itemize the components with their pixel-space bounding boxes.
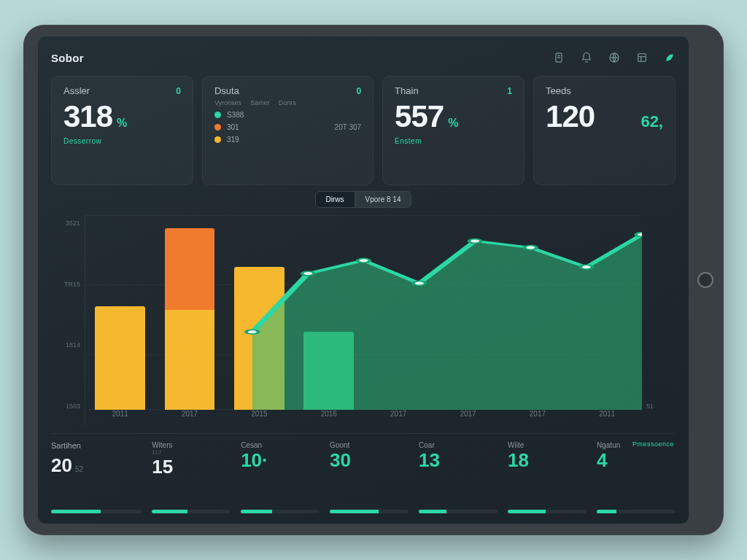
card-footer: Desserrow <box>63 137 181 145</box>
card-thain[interactable]: Thain 1 557 % Enstem <box>382 76 525 185</box>
svg-point-5 <box>357 258 370 262</box>
legend-row: S388 <box>214 111 361 119</box>
card-title: Assler <box>63 85 90 96</box>
x-tick: 2011 <box>573 410 642 426</box>
plot-area: 20112017201520162017201720172011 <box>85 215 642 426</box>
card-dsuta[interactable]: Dsuta 0 Vyronses Samer Donrs S388 <box>202 76 374 185</box>
card-badge: 1 <box>507 86 512 96</box>
svg-rect-2 <box>638 54 646 62</box>
header: Sobor <box>51 47 676 69</box>
svg-point-7 <box>469 239 481 244</box>
bottom-metrics: Sartihen 20 52 Witers 117 15 Cesan <box>51 433 676 513</box>
metric-title: Wiite <box>508 441 587 449</box>
metric-value: 10· <box>241 449 267 472</box>
x-tick: 2011 <box>85 410 155 426</box>
x-tick: 2015 <box>225 410 294 426</box>
metric-item[interactable]: Witers 117 15 <box>152 441 231 513</box>
legend-dot <box>214 112 221 118</box>
doc-icon[interactable] <box>553 52 565 63</box>
sub: Vyronses <box>214 99 241 106</box>
legend-dot <box>214 136 221 143</box>
legend-value: 20T 307 <box>335 123 362 131</box>
progress-bar <box>51 510 142 513</box>
metric-value: 4 <box>597 449 607 472</box>
legend-label: 319 <box>227 136 239 144</box>
globe-icon[interactable] <box>608 52 620 63</box>
segment-option[interactable]: Vpore 8 14 <box>355 191 412 208</box>
metric-title: Witers <box>152 441 231 449</box>
card-badge: 0 <box>356 86 361 96</box>
metric-value: 15 <box>152 456 173 478</box>
section-tag: Pmessoence <box>632 440 674 448</box>
legend-row: 319 <box>214 136 361 144</box>
metric-extra: 52 <box>75 465 83 473</box>
card-value: 318 <box>63 99 112 134</box>
progress-bar <box>419 510 498 513</box>
metric-title: Coar <box>419 441 498 449</box>
tablet-frame: Sobor Assler 0 318 % Desserrow <box>23 25 724 535</box>
svg-point-4 <box>302 271 314 276</box>
ytick: 51 <box>646 402 676 410</box>
app-screen: Sobor Assler 0 318 % Desserrow <box>38 36 689 524</box>
x-tick: 2017 <box>433 410 503 426</box>
x-tick: 2017 <box>503 410 572 426</box>
progress-bar <box>508 510 587 513</box>
card-value: 557 <box>395 99 444 134</box>
bottom-section-header: Sartihen 20 52 <box>51 441 142 513</box>
legend-label: S388 <box>227 111 244 119</box>
progress-bar <box>152 510 231 513</box>
ytick: 1503 <box>51 402 80 410</box>
svg-point-9 <box>580 265 592 269</box>
metric-title: Ngatun <box>597 441 620 449</box>
card-value: 120 <box>546 99 595 134</box>
metric-item[interactable]: Wiite 18 <box>508 441 587 513</box>
layout-icon[interactable] <box>636 52 648 63</box>
legend: S388 301 20T 307 319 <box>214 111 361 144</box>
main-chart: 3521 TR15 1814 1503 <box>51 215 676 426</box>
metric-value: 13 <box>419 449 440 472</box>
chart-range-segmented: Dirws Vpore 8 14 <box>51 191 676 208</box>
metric-value: 20 <box>51 454 72 477</box>
legend-row: 301 20T 307 <box>214 123 361 131</box>
metric-item[interactable]: 20 52 <box>51 451 142 513</box>
card-unit: % <box>117 117 127 130</box>
legend-dot <box>214 124 221 131</box>
progress-bar <box>597 510 676 513</box>
metric-item[interactable]: Ngatun 4 Pmessoence <box>597 441 676 513</box>
svg-point-8 <box>525 246 537 250</box>
ytick: TR15 <box>51 281 80 288</box>
metric-item[interactable]: Coar 13 <box>419 441 498 513</box>
tablet-home-button[interactable] <box>697 272 713 288</box>
metric-item[interactable]: Goont 30 <box>330 441 409 513</box>
card-assler[interactable]: Assler 0 318 % Desserrow <box>51 76 193 185</box>
card-teeds[interactable]: Teeds 120 62, <box>533 76 676 185</box>
metric-value: 18 <box>508 449 529 472</box>
card-extra: 62, <box>640 112 663 131</box>
card-title: Teeds <box>546 85 571 96</box>
card-unit: % <box>448 117 458 130</box>
metric-item[interactable]: Cesan 10· <box>241 441 320 513</box>
metric-title: Goont <box>330 441 409 449</box>
y-axis-right: 51 <box>646 215 676 426</box>
leaf-icon[interactable] <box>664 52 676 63</box>
dots-layer <box>85 215 642 410</box>
svg-point-6 <box>413 281 425 286</box>
app-title: Sobor <box>51 52 84 64</box>
card-footer: Enstem <box>395 137 512 145</box>
header-icons <box>553 52 676 63</box>
progress-bar <box>241 510 320 513</box>
card-title: Dsuta <box>214 85 239 96</box>
section-title: Sartihen <box>51 441 81 450</box>
segment-option[interactable]: Dirws <box>315 191 355 208</box>
metric-sub: 117 <box>152 449 231 456</box>
bell-icon[interactable] <box>581 52 592 63</box>
card-subheaders: Vyronses Samer Donrs <box>214 99 361 106</box>
sub: Samer <box>250 99 270 106</box>
ytick: 3521 <box>51 219 80 227</box>
card-title: Thain <box>395 85 419 96</box>
svg-point-3 <box>247 330 259 334</box>
sub: Donrs <box>279 99 296 106</box>
ytick: 1814 <box>51 341 80 349</box>
metric-title: Cesan <box>241 441 320 449</box>
summary-cards: Assler 0 318 % Desserrow Dsuta 0 Vyronse… <box>51 76 676 185</box>
